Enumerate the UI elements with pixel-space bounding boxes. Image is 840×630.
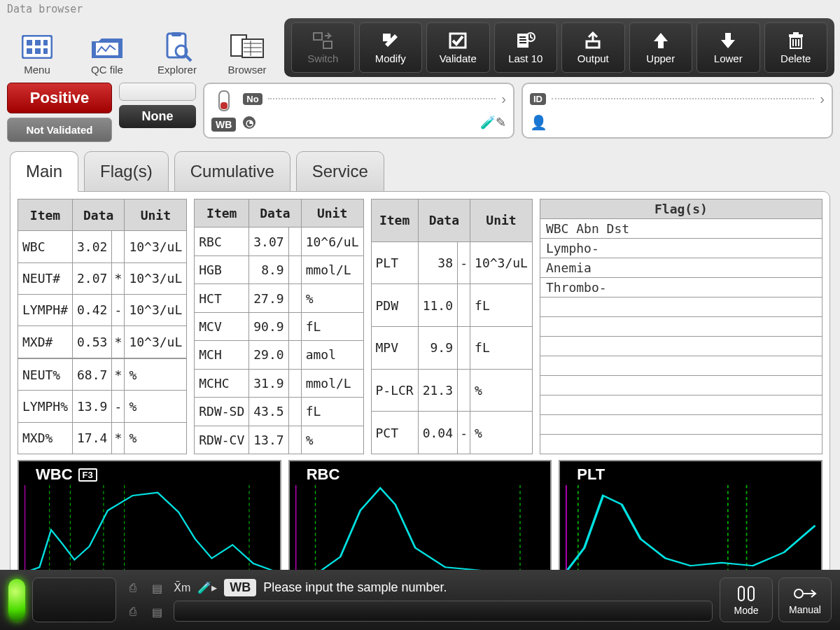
svg-rect-52 xyxy=(748,587,754,601)
output-icon xyxy=(583,31,603,50)
data-table-wbc: ItemDataUnit WBC3.0210^3/uLNEUT#2.07*10^… xyxy=(18,199,187,454)
toolbar-explorer[interactable]: Explorer xyxy=(146,18,209,77)
chevron-right-icon[interactable]: › xyxy=(820,91,825,107)
bottom-bar: ⎙ ▤ ⎙ ▤ X̄m 🧪▸ WB Please input the sampl… xyxy=(0,570,840,630)
wb-chip: WB xyxy=(211,118,236,132)
svg-rect-3 xyxy=(43,40,48,46)
flag-row xyxy=(540,396,822,415)
table-row: MXD%17.4*% xyxy=(18,422,187,454)
flag-row xyxy=(540,317,822,337)
explorer-icon xyxy=(158,30,197,64)
flag-row xyxy=(540,298,822,317)
server2-icon[interactable]: ▤ xyxy=(147,602,167,622)
sample-prompt: Please input the sample number. xyxy=(263,580,447,595)
svg-point-53 xyxy=(794,589,803,598)
qc-file-icon xyxy=(88,30,127,64)
flags-table: Flag(s) WBC Abn DstLympho-AnemiaThrombo- xyxy=(540,199,822,454)
table-row: RDW-CV13.7% xyxy=(195,426,363,454)
table-row: NEUT#2.07*10^3/uL xyxy=(18,262,187,294)
none-button[interactable]: None xyxy=(119,105,196,128)
clock-icon: ◔ xyxy=(243,116,255,129)
flag-row xyxy=(540,356,822,376)
flag-row: Thrombo- xyxy=(540,278,822,298)
status-led xyxy=(8,579,25,621)
toolbar-validate[interactable]: Validate xyxy=(426,22,490,73)
table-row: PDW11.0fL xyxy=(371,284,532,327)
tab-cumulative[interactable]: Cumulative xyxy=(174,151,290,192)
status-positive-badge: Positive xyxy=(7,83,112,113)
menu-icon xyxy=(18,30,57,64)
tabs: Main Flag(s) Cumulative Service xyxy=(0,146,840,191)
print2-icon[interactable]: ⎙ xyxy=(123,602,143,622)
print-icon[interactable]: ⎙ xyxy=(123,578,143,598)
data-table-rbc: ItemDataUnit RBC3.0710^6/uLHGB8.9mmol/LH… xyxy=(194,199,363,454)
empty-slot xyxy=(119,83,196,101)
status-not-validated-badge: Not Validated xyxy=(7,118,112,142)
chevron-right-icon[interactable]: › xyxy=(501,91,506,107)
table-row: RDW-SD43.5fL xyxy=(195,398,363,426)
table-row: MXD#0.53*10^3/uL xyxy=(18,326,187,358)
toolbar-output[interactable]: Output xyxy=(561,22,625,73)
person-icon: 👤 xyxy=(530,114,547,131)
table-row: PLT38-10^3/uL xyxy=(371,241,532,284)
toolbar-last10[interactable]: Last 10 xyxy=(494,22,558,73)
tab-flags[interactable]: Flag(s) xyxy=(84,151,169,192)
flag-row xyxy=(540,415,822,435)
svg-line-11 xyxy=(186,55,191,61)
table-row: NEUT%68.7*% xyxy=(18,358,187,391)
svg-rect-9 xyxy=(172,32,181,36)
sample-number-input[interactable] xyxy=(174,601,713,622)
table-row: HCT27.9% xyxy=(195,284,363,312)
tab-service[interactable]: Service xyxy=(296,151,384,192)
id-chip: ID xyxy=(530,93,546,105)
svg-rect-5 xyxy=(35,48,41,54)
manual-icon xyxy=(793,584,817,603)
manual-button[interactable]: Manual xyxy=(778,578,832,622)
svg-rect-4 xyxy=(27,48,32,54)
svg-rect-34 xyxy=(220,102,227,109)
toolbar-browser[interactable]: Browser xyxy=(216,18,279,77)
bottom-slot xyxy=(32,578,116,622)
table-row: MCHC31.9mmol/L xyxy=(195,369,363,397)
switch-icon xyxy=(312,31,333,50)
window-title: Data browser xyxy=(0,0,840,18)
tab-main[interactable]: Main xyxy=(10,151,78,192)
flag-row: Lympho- xyxy=(540,239,822,258)
tubes-icon xyxy=(736,584,757,603)
wb-badge: WB xyxy=(224,579,256,596)
toolbar-qc-file[interactable]: QC file xyxy=(76,18,139,77)
toolbar-modify[interactable]: Modify xyxy=(359,22,423,73)
mode-button[interactable]: Mode xyxy=(720,578,773,622)
tube-pen-icon[interactable]: 🧪✎ xyxy=(480,115,506,130)
arrow-up-icon xyxy=(652,31,669,50)
svg-rect-1 xyxy=(27,40,32,46)
toolbar-lower[interactable]: Lower xyxy=(696,22,760,73)
validate-icon xyxy=(448,31,468,50)
toolbar-delete[interactable]: Delete xyxy=(764,22,828,73)
server-icon[interactable]: ▤ xyxy=(147,578,167,598)
table-row: LYMPH%13.9-% xyxy=(18,391,187,422)
svg-rect-26 xyxy=(587,41,599,48)
browser-icon xyxy=(227,30,267,64)
svg-rect-6 xyxy=(43,48,48,54)
table-row: MCV90.9fL xyxy=(195,312,363,340)
flag-row xyxy=(540,376,822,396)
toolbar-menu[interactable]: Menu xyxy=(6,18,69,77)
table-row: P-LCR21.3% xyxy=(371,369,532,412)
table-row: WBC3.0210^3/uL xyxy=(18,231,187,262)
data-table-plt: ItemDataUnit PLT38-10^3/uLPDW11.0fLMPV9.… xyxy=(371,199,533,454)
svg-rect-0 xyxy=(22,36,52,58)
flag-row: WBC Abn Dst xyxy=(540,219,822,239)
table-row: PCT0.04-% xyxy=(371,412,532,454)
svg-rect-2 xyxy=(35,40,41,46)
modify-icon xyxy=(381,31,400,50)
no-chip: No xyxy=(243,93,262,105)
tube-down-icon: 🧪▸ xyxy=(197,581,217,594)
arrow-down-icon xyxy=(720,31,736,50)
toolbar-upper[interactable]: Upper xyxy=(629,22,693,73)
flag-row xyxy=(540,337,822,356)
table-row: HGB8.9mmol/L xyxy=(195,255,363,284)
svg-rect-31 xyxy=(789,34,803,37)
table-row: MPV9.9fL xyxy=(371,326,532,369)
trash-icon xyxy=(788,31,804,50)
